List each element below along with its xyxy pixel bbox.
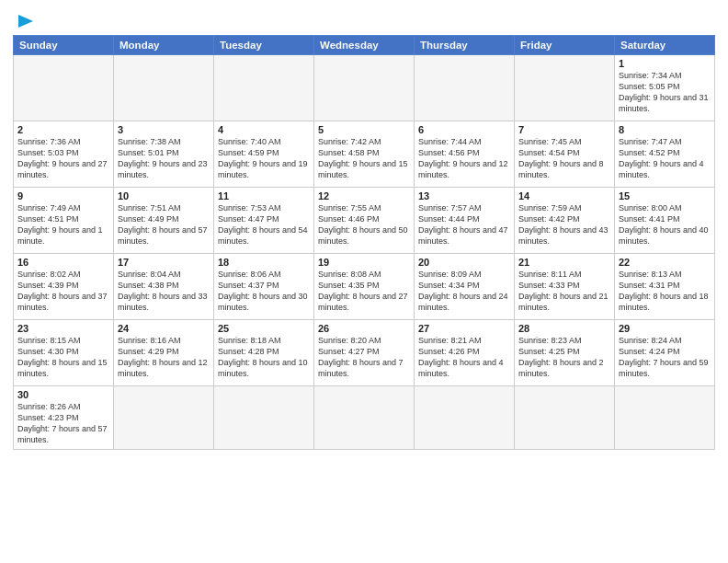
calendar-cell: 20Sunrise: 8:09 AMSunset: 4:34 PMDayligh… bbox=[415, 254, 515, 320]
day-number: 22 bbox=[619, 257, 711, 268]
calendar-cell: 28Sunrise: 8:23 AMSunset: 4:25 PMDayligh… bbox=[515, 320, 615, 386]
day-number: 13 bbox=[418, 190, 510, 201]
calendar-cell: 11Sunrise: 7:53 AMSunset: 4:47 PMDayligh… bbox=[214, 188, 314, 254]
day-number: 16 bbox=[17, 257, 109, 268]
day-info: Sunrise: 7:42 AMSunset: 4:58 PMDaylight:… bbox=[318, 136, 410, 181]
calendar-cell: 26Sunrise: 8:20 AMSunset: 4:27 PMDayligh… bbox=[314, 320, 415, 386]
calendar-cell: 30Sunrise: 8:26 AMSunset: 4:23 PMDayligh… bbox=[14, 386, 114, 450]
col-header-sunday: Sunday bbox=[14, 36, 114, 55]
calendar-cell: 19Sunrise: 8:08 AMSunset: 4:35 PMDayligh… bbox=[314, 254, 415, 320]
calendar-cell: 16Sunrise: 8:02 AMSunset: 4:39 PMDayligh… bbox=[14, 254, 114, 320]
col-header-wednesday: Wednesday bbox=[314, 36, 415, 55]
calendar-table: SundayMondayTuesdayWednesdayThursdayFrid… bbox=[13, 35, 715, 450]
day-number: 25 bbox=[218, 323, 310, 334]
day-info: Sunrise: 8:02 AMSunset: 4:39 PMDaylight:… bbox=[17, 269, 109, 314]
header bbox=[13, 9, 715, 31]
col-header-monday: Monday bbox=[114, 36, 214, 55]
day-info: Sunrise: 8:24 AMSunset: 4:24 PMDaylight:… bbox=[619, 335, 711, 380]
calendar-cell bbox=[114, 386, 214, 450]
day-info: Sunrise: 8:08 AMSunset: 4:35 PMDaylight:… bbox=[318, 269, 410, 314]
day-number: 24 bbox=[118, 323, 210, 334]
calendar-cell: 4Sunrise: 7:40 AMSunset: 4:59 PMDaylight… bbox=[214, 121, 314, 188]
day-number: 15 bbox=[619, 190, 711, 201]
col-header-friday: Friday bbox=[515, 36, 615, 55]
day-info: Sunrise: 8:00 AMSunset: 4:41 PMDaylight:… bbox=[619, 202, 711, 247]
calendar-cell: 3Sunrise: 7:38 AMSunset: 5:01 PMDaylight… bbox=[114, 121, 214, 188]
day-number: 6 bbox=[418, 124, 510, 135]
calendar-cell: 9Sunrise: 7:49 AMSunset: 4:51 PMDaylight… bbox=[14, 188, 114, 254]
calendar-cell: 29Sunrise: 8:24 AMSunset: 4:24 PMDayligh… bbox=[615, 320, 715, 386]
logo-triangle-icon bbox=[15, 11, 35, 31]
calendar-cell: 2Sunrise: 7:36 AMSunset: 5:03 PMDaylight… bbox=[14, 121, 114, 188]
day-number: 27 bbox=[418, 323, 510, 334]
day-number: 4 bbox=[218, 124, 310, 135]
day-info: Sunrise: 7:40 AMSunset: 4:59 PMDaylight:… bbox=[218, 136, 310, 181]
calendar-cell: 14Sunrise: 7:59 AMSunset: 4:42 PMDayligh… bbox=[515, 188, 615, 254]
calendar-cell: 13Sunrise: 7:57 AMSunset: 4:44 PMDayligh… bbox=[415, 188, 515, 254]
day-info: Sunrise: 8:16 AMSunset: 4:29 PMDaylight:… bbox=[118, 335, 210, 380]
calendar-cell: 22Sunrise: 8:13 AMSunset: 4:31 PMDayligh… bbox=[615, 254, 715, 320]
day-info: Sunrise: 7:57 AMSunset: 4:44 PMDaylight:… bbox=[418, 202, 510, 247]
day-number: 29 bbox=[619, 323, 711, 334]
day-info: Sunrise: 7:49 AMSunset: 4:51 PMDaylight:… bbox=[17, 202, 109, 247]
calendar-cell bbox=[515, 386, 615, 450]
calendar-cell: 6Sunrise: 7:44 AMSunset: 4:56 PMDaylight… bbox=[415, 121, 515, 188]
day-number: 3 bbox=[118, 124, 210, 135]
day-info: Sunrise: 8:13 AMSunset: 4:31 PMDaylight:… bbox=[619, 269, 711, 314]
day-number: 26 bbox=[318, 323, 410, 334]
calendar-cell bbox=[415, 386, 515, 450]
calendar-cell: 25Sunrise: 8:18 AMSunset: 4:28 PMDayligh… bbox=[214, 320, 314, 386]
day-number: 8 bbox=[619, 124, 711, 135]
day-number: 17 bbox=[118, 257, 210, 268]
week-row-4: 16Sunrise: 8:02 AMSunset: 4:39 PMDayligh… bbox=[14, 254, 715, 320]
day-info: Sunrise: 8:21 AMSunset: 4:26 PMDaylight:… bbox=[418, 335, 510, 380]
week-row-1: 1Sunrise: 7:34 AMSunset: 5:05 PMDaylight… bbox=[14, 55, 715, 121]
calendar-cell: 7Sunrise: 7:45 AMSunset: 4:54 PMDaylight… bbox=[515, 121, 615, 188]
day-info: Sunrise: 8:23 AMSunset: 4:25 PMDaylight:… bbox=[518, 335, 610, 380]
calendar-cell: 12Sunrise: 7:55 AMSunset: 4:46 PMDayligh… bbox=[314, 188, 415, 254]
calendar-cell bbox=[114, 55, 214, 121]
col-header-tuesday: Tuesday bbox=[214, 36, 314, 55]
day-number: 23 bbox=[17, 323, 109, 334]
day-number: 19 bbox=[318, 257, 410, 268]
day-info: Sunrise: 7:47 AMSunset: 4:52 PMDaylight:… bbox=[619, 136, 711, 181]
svg-marker-0 bbox=[18, 15, 33, 28]
week-row-5: 23Sunrise: 8:15 AMSunset: 4:30 PMDayligh… bbox=[14, 320, 715, 386]
day-info: Sunrise: 7:51 AMSunset: 4:49 PMDaylight:… bbox=[118, 202, 210, 247]
day-number: 7 bbox=[518, 124, 610, 135]
calendar-cell: 5Sunrise: 7:42 AMSunset: 4:58 PMDaylight… bbox=[314, 121, 415, 188]
calendar-cell bbox=[214, 55, 314, 121]
calendar-cell bbox=[615, 386, 715, 450]
day-number: 28 bbox=[518, 323, 610, 334]
calendar-cell: 10Sunrise: 7:51 AMSunset: 4:49 PMDayligh… bbox=[114, 188, 214, 254]
day-info: Sunrise: 7:53 AMSunset: 4:47 PMDaylight:… bbox=[218, 202, 310, 247]
day-info: Sunrise: 8:20 AMSunset: 4:27 PMDaylight:… bbox=[318, 335, 410, 380]
calendar-cell bbox=[214, 386, 314, 450]
day-number: 12 bbox=[318, 190, 410, 201]
col-header-saturday: Saturday bbox=[615, 36, 715, 55]
day-info: Sunrise: 8:04 AMSunset: 4:38 PMDaylight:… bbox=[118, 269, 210, 314]
page: SundayMondayTuesdayWednesdayThursdayFrid… bbox=[0, 0, 728, 563]
calendar-cell: 23Sunrise: 8:15 AMSunset: 4:30 PMDayligh… bbox=[14, 320, 114, 386]
calendar-cell: 8Sunrise: 7:47 AMSunset: 4:52 PMDaylight… bbox=[615, 121, 715, 188]
day-number: 2 bbox=[17, 124, 109, 135]
day-number: 11 bbox=[218, 190, 310, 201]
day-info: Sunrise: 8:06 AMSunset: 4:37 PMDaylight:… bbox=[218, 269, 310, 314]
day-number: 14 bbox=[518, 190, 610, 201]
day-info: Sunrise: 8:18 AMSunset: 4:28 PMDaylight:… bbox=[218, 335, 310, 380]
calendar-cell bbox=[314, 386, 415, 450]
day-number: 21 bbox=[518, 257, 610, 268]
day-info: Sunrise: 7:44 AMSunset: 4:56 PMDaylight:… bbox=[418, 136, 510, 181]
calendar-cell bbox=[415, 55, 515, 121]
day-info: Sunrise: 7:36 AMSunset: 5:03 PMDaylight:… bbox=[17, 136, 109, 181]
col-header-thursday: Thursday bbox=[415, 36, 515, 55]
day-info: Sunrise: 7:34 AMSunset: 5:05 PMDaylight:… bbox=[619, 70, 711, 115]
day-info: Sunrise: 7:55 AMSunset: 4:46 PMDaylight:… bbox=[318, 202, 410, 247]
calendar-cell: 27Sunrise: 8:21 AMSunset: 4:26 PMDayligh… bbox=[415, 320, 515, 386]
calendar-cell: 21Sunrise: 8:11 AMSunset: 4:33 PMDayligh… bbox=[515, 254, 615, 320]
day-info: Sunrise: 7:38 AMSunset: 5:01 PMDaylight:… bbox=[118, 136, 210, 181]
calendar-cell bbox=[314, 55, 415, 121]
day-number: 30 bbox=[17, 389, 109, 400]
calendar-cell: 24Sunrise: 8:16 AMSunset: 4:29 PMDayligh… bbox=[114, 320, 214, 386]
calendar-cell: 1Sunrise: 7:34 AMSunset: 5:05 PMDaylight… bbox=[615, 55, 715, 121]
